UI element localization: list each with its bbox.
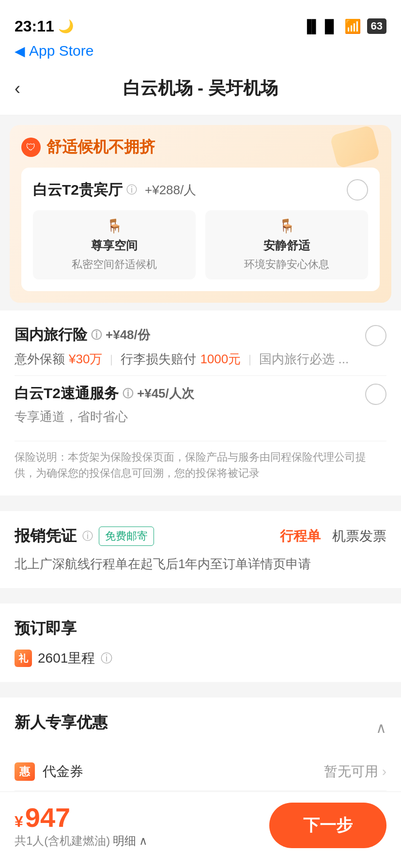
insurance-info-icon[interactable]: ⓘ [91,328,102,342]
page-header: ‹ 白云机场 - 吴圩机场 [0,67,401,115]
discount-header: 新人专享优惠 ∧ [15,712,386,743]
insurance-price: +¥48/份 [106,326,150,343]
insurance-tag-text2: 行李损失赔付 [121,351,196,368]
insurance-section: 国内旅行险 ⓘ +¥48/份 意外保额 ¥30万 ｜ 行李损失赔付 1000元 … [0,310,401,496]
discount-item-voucher[interactable]: 惠 代金券 暂无可用 › [15,753,386,791]
bottom-bar: ¥ 947 共1人(含机建燃油) 明细 ∧ 下一步 [0,791,401,868]
insurance-sep-2: ｜ [245,352,255,367]
feature-2-name: 安静舒适 [263,238,310,253]
reimburse-info-icon[interactable]: ⓘ [82,529,93,543]
preorder-row: 礼 2601里程 ⓘ [15,649,386,667]
reimburse-title: 报销凭证 [15,526,77,547]
feature-1-icon: 🪑 [106,218,123,234]
price-breakdown[interactable]: 共1人(含机建燃油) 明细 ∧ [15,833,148,849]
main-content: 🛡 舒适候机不拥挤 白云T2贵宾厅 ⓘ +¥288/人 🪑 尊享空间 私密空间舒… [0,125,401,868]
lounge-option-name: 白云T2贵宾厅 [33,180,123,200]
insurance-radio-button[interactable] [365,325,386,346]
lounge-header: 🛡 舒适候机不拥挤 [21,137,380,158]
signal-icon: ▐▌▐▌ [303,19,339,34]
discount-left-voucher: 惠 代金券 [15,762,83,781]
lounge-card: 🛡 舒适候机不拥挤 白云T2贵宾厅 ⓘ +¥288/人 🪑 尊享空间 私密空间舒… [10,125,391,303]
feature-2-icon: 🪑 [278,218,295,234]
breakdown-label: 明细 [113,833,136,849]
reimburse-left: 报销凭证 ⓘ 免费邮寄 [15,526,154,547]
price-main: ¥ 947 [15,802,148,833]
express-price: +¥45/人次 [137,385,194,402]
divider-1 [0,503,401,511]
lounge-feature-2: 🪑 安静舒适 环境安静安心休息 [205,210,368,279]
insurance-tags: 意外保额 ¥30万 ｜ 行李损失赔付 1000元 ｜ 国内旅行必选 ... [15,351,365,368]
insurance-tag-text1: 意外保额 [15,351,65,368]
insurance-note: 保险说明：本货架为保险投保页面，保险产品与服务由同程保险代理公司提供，为确保您的… [15,441,386,481]
divider-3 [0,690,401,698]
preorder-info-icon[interactable]: ⓘ [101,651,112,666]
express-name: 白云T2速通服务 ⓘ +¥45/人次 [15,384,365,403]
voucher-status: 暂无可用 [324,762,378,781]
reimbursement-section: 报销凭证 ⓘ 免费邮寄 行程单 机票发票 北上广深航线行程单在起飞后1年内至订单… [0,511,401,588]
lounge-feature-1: 🪑 尊享空间 私密空间舒适候机 [33,210,196,279]
express-radio-button[interactable] [365,384,386,405]
insurance-sep-1: ｜ [106,352,117,367]
battery-icon: 63 [367,18,386,34]
price-value: 947 [25,802,70,833]
feature-2-desc: 环境安静安心休息 [244,257,329,272]
discount-title: 新人专享优惠 [15,712,108,733]
reimburse-desc: 北上广深航线行程单在起飞后1年内至订单详情页申请 [15,555,386,574]
status-bar: 23:11 🌙 ▐▌▐▌ 📶 63 [0,0,401,43]
lounge-features: 🪑 尊享空间 私密空间舒适候机 🪑 安静舒适 环境安静安心休息 [33,210,368,279]
express-desc: 专享通道，省时省心 [15,408,365,425]
discount-right-voucher: 暂无可用 › [324,762,386,781]
preorder-section: 预订即享 礼 2601里程 ⓘ [0,604,401,682]
voucher-chevron[interactable]: › [382,764,386,779]
price-section: ¥ 947 共1人(含机建燃油) 明细 ∧ [15,802,148,849]
preorder-title: 预订即享 [15,618,386,639]
page-title: 白云机场 - 吴圩机场 [123,77,278,100]
free-badge: 免费邮寄 [99,527,154,546]
lounge-info-icon[interactable]: ⓘ [126,183,137,197]
price-symbol: ¥ [15,813,23,831]
insurance-tag-amount2: 1000元 [200,351,241,368]
feature-1-name: 尊享空间 [91,238,138,253]
insurance-info: 国内旅行险 ⓘ +¥48/份 意外保额 ¥30万 ｜ 行李损失赔付 1000元 … [15,325,365,368]
insurance-tag-more: 国内旅行必选 ... [259,351,349,368]
status-time: 23:11 [15,17,54,35]
express-info-icon[interactable]: ⓘ [123,387,133,401]
app-store-back-arrow[interactable]: ◀ [15,43,25,59]
app-store-bar: ◀ App Store [0,43,401,67]
express-row: 白云T2速通服务 ⓘ +¥45/人次 专享通道，省时省心 [15,384,386,433]
breakdown-icon: ∧ [139,834,148,848]
lounge-price: +¥288/人 [145,182,196,199]
header-back-button[interactable]: ‹ [15,78,20,99]
insurance-tag-amount1: ¥30万 [69,351,102,368]
wifi-icon: 📶 [344,18,361,34]
reimburse-tabs: 行程单 机票发票 [280,527,386,545]
insurance-name: 国内旅行险 ⓘ +¥48/份 [15,325,365,345]
app-store-label[interactable]: App Store [29,43,93,59]
preorder-gift-icon: 礼 [15,650,32,667]
next-step-button[interactable]: 下一步 [269,803,386,848]
lounge-option: 白云T2贵宾厅 ⓘ +¥288/人 🪑 尊享空间 私密空间舒适候机 🪑 安静舒适… [21,168,380,291]
reimburse-header: 报销凭证 ⓘ 免费邮寄 行程单 机票发票 [15,526,386,547]
preorder-miles: 2601里程 [38,649,95,667]
hui-badge-voucher: 惠 [15,762,35,781]
price-detail: 共1人(含机建燃油) [15,833,110,849]
divider-2 [0,596,401,604]
reimburse-tab-itinerary[interactable]: 行程单 [280,527,321,545]
lounge-option-header: 白云T2贵宾厅 ⓘ +¥288/人 [33,179,368,201]
insurance-row: 国内旅行险 ⓘ +¥48/份 意外保额 ¥30万 ｜ 行李损失赔付 1000元 … [15,325,386,376]
lounge-shield-icon: 🛡 [21,138,41,157]
status-icons: ▐▌▐▌ 📶 63 [303,18,386,34]
voucher-name: 代金券 [43,762,83,781]
reimburse-tab-invoice[interactable]: 机票发票 [332,527,386,545]
express-info: 白云T2速通服务 ⓘ +¥45/人次 专享通道，省时省心 [15,384,365,425]
lounge-title: 舒适候机不拥挤 [46,137,155,158]
lounge-decoration [333,130,382,169]
moon-icon: 🌙 [58,19,74,34]
lounge-radio-button[interactable] [347,179,368,201]
collapse-icon[interactable]: ∧ [376,719,386,736]
feature-1-desc: 私密空间舒适候机 [72,257,157,272]
